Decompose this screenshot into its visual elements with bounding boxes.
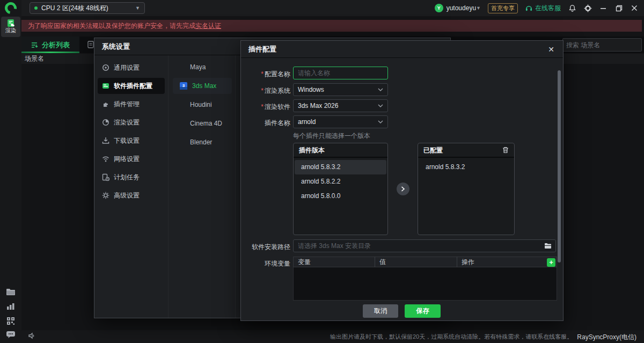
realname-verify-link[interactable]: 实名认证 — [195, 21, 221, 31]
save-button[interactable]: 保存 — [405, 304, 441, 318]
env-col-action: 操作 — [457, 257, 557, 267]
tab-analysis-list[interactable]: 分析列表 — [21, 37, 79, 53]
trash-icon[interactable] — [502, 147, 509, 154]
dialog-scrollbar[interactable] — [558, 70, 561, 262]
version-item[interactable]: arnold 5.8.3.2 — [295, 160, 386, 174]
status-bar: 输出图片请及时下载，默认保留20天，过期系统自动清除。若有特殊需求，请联系在线客… — [21, 330, 644, 343]
software-item-houdini[interactable]: Houdini — [173, 97, 232, 113]
chevron-down-icon — [378, 120, 383, 124]
render-wheel-icon — [102, 119, 109, 126]
restore-button[interactable] — [614, 4, 623, 12]
download-icon — [102, 137, 109, 144]
chevron-down-icon — [378, 104, 383, 108]
app-window: 渲染 CPU 2 区(24核 48线程) ▼ Y yutoudeyu ▼ 首充 — [0, 0, 644, 343]
menu-item-label: 网络设置 — [114, 155, 140, 164]
env-col-variable: 变量 — [294, 257, 375, 267]
close-button[interactable] — [630, 4, 639, 12]
render-software-value: 3ds Max 2026 — [298, 102, 338, 110]
zone-caret-down-icon: ▼ — [135, 5, 140, 11]
software-item-blender[interactable]: Blender — [173, 134, 232, 150]
transfer-arrow-button[interactable] — [397, 183, 409, 195]
first-charge-badge[interactable]: 首充专享 — [488, 3, 518, 13]
renderbus-logo-icon — [3, 0, 19, 16]
folder-icon[interactable] — [6, 288, 16, 297]
plugin-version-panel: 插件版本 arnold 5.8.3.2 arnold 5.8.2.2 arnol… — [293, 143, 388, 235]
env-col-value: 值 — [375, 257, 457, 267]
document-icon[interactable] — [87, 41, 94, 48]
plugin-name-select[interactable]: arnold — [293, 115, 388, 128]
menu-item-advanced-settings[interactable]: 高级设置 — [98, 187, 165, 203]
install-path-field — [293, 239, 556, 252]
menu-item-network-settings[interactable]: 网络设置 — [98, 151, 165, 167]
menu-item-download-settings[interactable]: 下载设置 — [98, 133, 165, 149]
software-item-3dsmax[interactable]: 3 3ds Max — [173, 78, 232, 94]
minimize-button[interactable] — [599, 4, 608, 12]
required-mark: * — [261, 70, 264, 78]
proxy-status[interactable]: RaySyncProxy(电信) — [577, 333, 636, 342]
username: yutoudeyu — [447, 4, 476, 12]
env-vars-table: 变量 值 操作 + — [293, 257, 557, 301]
config-name-field — [293, 67, 388, 79]
menu-item-scheduled-tasks[interactable]: 计划任务 — [98, 169, 165, 185]
search-input[interactable] — [563, 41, 644, 49]
menu-item-render-settings[interactable]: 渲染设置 — [98, 114, 165, 130]
plugin-box-icon — [102, 82, 109, 90]
menu-item-label: 计划任务 — [114, 173, 140, 182]
3dsmax-icon: 3 — [179, 82, 188, 90]
version-item[interactable]: arnold 5.8.0.0 — [295, 189, 386, 203]
render-os-value: Windows — [298, 86, 324, 93]
menu-item-label: 通用设置 — [114, 63, 140, 72]
advanced-gear-icon — [102, 192, 109, 199]
scene-search-box — [562, 38, 642, 52]
online-service-button[interactable]: 在线客服 — [525, 4, 561, 13]
render-software-select[interactable]: 3ds Max 2026 — [293, 99, 388, 112]
required-mark: * — [261, 87, 264, 94]
software-label: Maya — [190, 63, 206, 71]
puzzle-icon — [102, 100, 109, 108]
warning-text: 为了响应国家的相关法规以及保护您的账户安全，请先完成 — [28, 21, 195, 31]
schedule-icon — [102, 173, 109, 181]
browse-folder-button[interactable] — [543, 241, 553, 251]
install-path-input[interactable] — [298, 242, 543, 250]
settings-menu: 通用设置 软件插件配置 插件管理 渲染设置 下载设置 网络设置 — [94, 55, 168, 318]
bar-chart-icon[interactable] — [6, 302, 16, 312]
headset-icon — [525, 4, 533, 12]
env-table-body — [293, 267, 557, 301]
qr-code-icon[interactable] — [6, 316, 16, 326]
zone-selector-dropdown[interactable]: CPU 2 区(24核 48线程) ▼ — [30, 2, 145, 14]
zone-selector-value: CPU 2 区(24核 48线程) — [41, 4, 108, 13]
configured-item[interactable]: arnold 5.8.3.2 — [419, 160, 513, 174]
menu-item-software-plugin-config[interactable]: 软件插件配置 — [98, 78, 165, 94]
cancel-button[interactable]: 取消 — [363, 304, 398, 318]
config-name-label: *配置名称 — [241, 70, 290, 79]
software-item-cinema4d[interactable]: Cinema 4D — [173, 115, 232, 132]
column-scene-name: 场景名 — [25, 54, 44, 63]
status-message: 输出图片请及时下载，默认保留20天，过期系统自动清除。若有特殊需求，请联系在线客… — [330, 333, 573, 341]
title-bar: CPU 2 区(24核 48线程) ▼ Y yutoudeyu ▼ 首充专享 在… — [21, 0, 644, 16]
user-menu[interactable]: Y yutoudeyu ▼ — [435, 4, 481, 12]
version-note: 每个插件只能选择一个版本 — [293, 132, 370, 141]
add-env-var-button[interactable]: + — [547, 258, 555, 267]
plugin-version-panel-title: 插件版本 — [294, 143, 387, 158]
menu-item-plugin-manage[interactable]: 插件管理 — [98, 96, 165, 112]
dialog-close-icon[interactable]: ✕ — [548, 45, 554, 54]
tab-analysis-label: 分析列表 — [42, 40, 70, 50]
sort-list-icon — [31, 42, 39, 48]
config-name-input[interactable] — [298, 69, 383, 77]
chevron-down-icon — [378, 88, 383, 92]
left-sidebar: 渲染 — [0, 0, 21, 343]
target-icon — [102, 64, 109, 71]
software-item-maya[interactable]: Maya — [173, 59, 232, 75]
software-label: Houdini — [190, 101, 212, 108]
configured-panel-title: 已配置 — [418, 143, 514, 158]
version-item[interactable]: arnold 5.8.2.2 — [295, 174, 386, 189]
gear-icon[interactable] — [583, 4, 592, 12]
bell-icon[interactable] — [568, 4, 576, 12]
software-label: Blender — [190, 138, 212, 146]
realname-warning-banner: 为了响应国家的相关法规以及保护您的账户安全，请先完成实名认证 — [21, 20, 642, 32]
render-os-select[interactable]: Windows — [293, 83, 388, 96]
sidebar-item-render[interactable]: 渲染 — [1, 17, 20, 37]
menu-item-label: 渲染设置 — [114, 118, 140, 127]
menu-item-general[interactable]: 通用设置 — [98, 60, 165, 76]
chat-icon[interactable] — [6, 330, 16, 340]
